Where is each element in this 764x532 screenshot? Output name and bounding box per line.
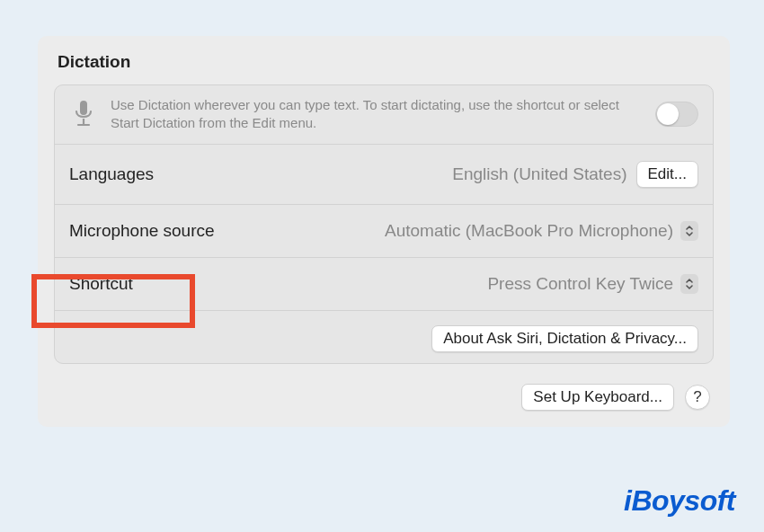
about-privacy-button[interactable]: About Ask Siri, Dictation & Privacy... (431, 325, 698, 352)
shortcut-row: Shortcut Press Control Key Twice (55, 258, 713, 311)
toggle-knob (657, 103, 679, 125)
languages-label: Languages (69, 164, 154, 184)
languages-right: English (United States) Edit... (452, 161, 698, 188)
watermark-logo: iBoysoft (624, 484, 735, 518)
svg-rect-0 (80, 101, 87, 115)
shortcut-select[interactable]: Press Control Key Twice (487, 274, 698, 294)
dictation-panel: Dictation Use Dictation wherever you can… (38, 36, 730, 427)
help-button[interactable]: ? (685, 385, 710, 410)
footer-row: Set Up Keyboard... ? (54, 384, 714, 411)
dictation-card: Use Dictation wherever you can type text… (54, 84, 714, 364)
info-row: Use Dictation wherever you can type text… (55, 85, 713, 145)
setup-keyboard-button[interactable]: Set Up Keyboard... (521, 384, 674, 411)
shortcut-label: Shortcut (69, 274, 133, 294)
microphone-select[interactable]: Automatic (MacBook Pro Microphone) (385, 221, 698, 241)
microphone-row: Microphone source Automatic (MacBook Pro… (55, 205, 713, 258)
microphone-label: Microphone source (69, 221, 215, 241)
chevron-updown-icon (680, 274, 698, 294)
languages-edit-button[interactable]: Edit... (636, 161, 698, 188)
privacy-action-row: About Ask Siri, Dictation & Privacy... (55, 311, 713, 363)
shortcut-value: Press Control Key Twice (487, 274, 673, 294)
dictation-toggle[interactable] (655, 102, 698, 127)
chevron-updown-icon (680, 221, 698, 241)
microphone-value: Automatic (MacBook Pro Microphone) (385, 221, 673, 241)
info-description: Use Dictation wherever you can type text… (111, 96, 643, 133)
languages-value: English (United States) (452, 164, 626, 184)
languages-row: Languages English (United States) Edit..… (55, 145, 713, 205)
section-title: Dictation (54, 52, 714, 72)
microphone-icon (69, 99, 98, 129)
